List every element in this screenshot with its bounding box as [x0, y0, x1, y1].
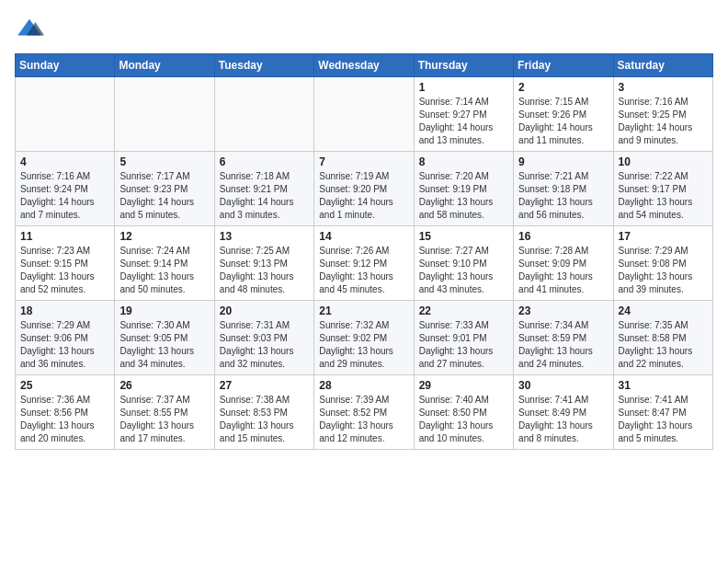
calendar-cell: 20Sunrise: 7:31 AM Sunset: 9:03 PM Dayli… [214, 301, 313, 375]
day-number: 1 [419, 81, 508, 94]
calendar-week-row: 1Sunrise: 7:14 AM Sunset: 9:27 PM Daylig… [16, 77, 713, 152]
day-info: Sunrise: 7:22 AM Sunset: 9:17 PM Dayligh… [619, 170, 708, 222]
day-info: Sunrise: 7:40 AM Sunset: 8:50 PM Dayligh… [419, 394, 508, 445]
calendar-week-row: 11Sunrise: 7:23 AM Sunset: 9:15 PM Dayli… [16, 226, 713, 301]
calendar-cell: 26Sunrise: 7:37 AM Sunset: 8:55 PM Dayli… [115, 375, 214, 450]
day-info: Sunrise: 7:28 AM Sunset: 9:09 PM Dayligh… [518, 245, 608, 296]
day-info: Sunrise: 7:24 AM Sunset: 9:14 PM Dayligh… [119, 245, 209, 296]
day-info: Sunrise: 7:19 AM Sunset: 9:20 PM Dayligh… [319, 170, 408, 222]
day-number: 4 [20, 155, 109, 168]
calendar-cell: 16Sunrise: 7:28 AM Sunset: 9:09 PM Dayli… [514, 226, 613, 301]
day-info: Sunrise: 7:37 AM Sunset: 8:55 PM Dayligh… [119, 394, 209, 445]
calendar-cell: 10Sunrise: 7:22 AM Sunset: 9:17 PM Dayli… [613, 152, 712, 226]
calendar-cell [16, 77, 115, 152]
calendar-day-header: Saturday [613, 54, 712, 77]
day-info: Sunrise: 7:16 AM Sunset: 9:24 PM Dayligh… [20, 170, 109, 222]
calendar-cell: 15Sunrise: 7:27 AM Sunset: 9:10 PM Dayli… [414, 226, 513, 301]
day-number: 5 [119, 155, 209, 168]
calendar-day-header: Friday [514, 54, 613, 77]
day-number: 27 [220, 379, 309, 392]
calendar-cell: 28Sunrise: 7:39 AM Sunset: 8:52 PM Dayli… [314, 375, 414, 450]
calendar-cell: 3Sunrise: 7:16 AM Sunset: 9:25 PM Daylig… [613, 77, 712, 152]
day-number: 20 [220, 304, 309, 317]
day-info: Sunrise: 7:20 AM Sunset: 9:19 PM Dayligh… [419, 170, 508, 222]
day-number: 8 [419, 155, 508, 168]
day-info: Sunrise: 7:15 AM Sunset: 9:26 PM Dayligh… [518, 96, 608, 147]
day-info: Sunrise: 7:21 AM Sunset: 9:18 PM Dayligh… [518, 170, 608, 222]
calendar-day-header: Tuesday [214, 54, 313, 77]
calendar-cell: 23Sunrise: 7:34 AM Sunset: 8:59 PM Dayli… [514, 301, 613, 375]
day-number: 24 [619, 304, 708, 317]
day-info: Sunrise: 7:23 AM Sunset: 9:15 PM Dayligh… [20, 245, 109, 296]
day-number: 7 [319, 155, 408, 168]
day-info: Sunrise: 7:39 AM Sunset: 8:52 PM Dayligh… [319, 394, 408, 445]
calendar-cell: 31Sunrise: 7:41 AM Sunset: 8:47 PM Dayli… [613, 375, 712, 450]
day-number: 21 [319, 304, 408, 317]
calendar-cell: 24Sunrise: 7:35 AM Sunset: 8:58 PM Dayli… [613, 301, 712, 375]
day-number: 16 [518, 230, 608, 243]
calendar-day-header: Thursday [414, 54, 513, 77]
calendar-cell: 2Sunrise: 7:15 AM Sunset: 9:26 PM Daylig… [514, 77, 613, 152]
day-info: Sunrise: 7:41 AM Sunset: 8:49 PM Dayligh… [518, 394, 608, 445]
calendar-cell: 17Sunrise: 7:29 AM Sunset: 9:08 PM Dayli… [613, 226, 712, 301]
day-number: 9 [518, 155, 608, 168]
header [15, 15, 713, 44]
day-info: Sunrise: 7:14 AM Sunset: 9:27 PM Dayligh… [419, 96, 508, 147]
day-number: 15 [419, 230, 508, 243]
day-number: 17 [619, 230, 708, 243]
calendar-cell: 18Sunrise: 7:29 AM Sunset: 9:06 PM Dayli… [16, 301, 115, 375]
day-info: Sunrise: 7:31 AM Sunset: 9:03 PM Dayligh… [220, 319, 309, 371]
day-number: 26 [119, 379, 209, 392]
calendar-week-row: 25Sunrise: 7:36 AM Sunset: 8:56 PM Dayli… [16, 375, 713, 450]
calendar-header-row: SundayMondayTuesdayWednesdayThursdayFrid… [16, 54, 713, 77]
calendar-week-row: 18Sunrise: 7:29 AM Sunset: 9:06 PM Dayli… [16, 301, 713, 375]
calendar-cell: 27Sunrise: 7:38 AM Sunset: 8:53 PM Dayli… [214, 375, 313, 450]
day-info: Sunrise: 7:17 AM Sunset: 9:23 PM Dayligh… [119, 170, 209, 222]
day-number: 18 [20, 304, 109, 317]
calendar-cell: 12Sunrise: 7:24 AM Sunset: 9:14 PM Dayli… [115, 226, 214, 301]
calendar-day-header: Wednesday [314, 54, 414, 77]
calendar-cell: 11Sunrise: 7:23 AM Sunset: 9:15 PM Dayli… [16, 226, 115, 301]
day-number: 23 [518, 304, 608, 317]
day-number: 29 [419, 379, 508, 392]
day-info: Sunrise: 7:32 AM Sunset: 9:02 PM Dayligh… [319, 319, 408, 371]
calendar-cell: 29Sunrise: 7:40 AM Sunset: 8:50 PM Dayli… [414, 375, 513, 450]
calendar-cell: 7Sunrise: 7:19 AM Sunset: 9:20 PM Daylig… [314, 152, 414, 226]
calendar-cell [214, 77, 313, 152]
calendar-cell: 19Sunrise: 7:30 AM Sunset: 9:05 PM Dayli… [115, 301, 214, 375]
calendar-cell: 4Sunrise: 7:16 AM Sunset: 9:24 PM Daylig… [16, 152, 115, 226]
day-number: 28 [319, 379, 408, 392]
day-number: 31 [619, 379, 708, 392]
day-number: 10 [619, 155, 708, 168]
calendar-cell: 21Sunrise: 7:32 AM Sunset: 9:02 PM Dayli… [314, 301, 414, 375]
day-info: Sunrise: 7:27 AM Sunset: 9:10 PM Dayligh… [419, 245, 508, 296]
day-number: 3 [619, 81, 708, 94]
day-number: 25 [20, 379, 109, 392]
day-number: 30 [518, 379, 608, 392]
calendar-week-row: 4Sunrise: 7:16 AM Sunset: 9:24 PM Daylig… [16, 152, 713, 226]
day-info: Sunrise: 7:29 AM Sunset: 9:08 PM Dayligh… [619, 245, 708, 296]
day-info: Sunrise: 7:18 AM Sunset: 9:21 PM Dayligh… [220, 170, 309, 222]
calendar-cell [115, 77, 214, 152]
day-info: Sunrise: 7:25 AM Sunset: 9:13 PM Dayligh… [220, 245, 309, 296]
calendar-cell: 30Sunrise: 7:41 AM Sunset: 8:49 PM Dayli… [514, 375, 613, 450]
day-info: Sunrise: 7:16 AM Sunset: 9:25 PM Dayligh… [619, 96, 708, 147]
day-info: Sunrise: 7:29 AM Sunset: 9:06 PM Dayligh… [20, 319, 109, 371]
calendar-day-header: Monday [115, 54, 214, 77]
calendar-cell: 14Sunrise: 7:26 AM Sunset: 9:12 PM Dayli… [314, 226, 414, 301]
day-number: 2 [518, 81, 608, 94]
calendar-cell: 13Sunrise: 7:25 AM Sunset: 9:13 PM Dayli… [214, 226, 313, 301]
day-info: Sunrise: 7:38 AM Sunset: 8:53 PM Dayligh… [220, 394, 309, 445]
day-info: Sunrise: 7:35 AM Sunset: 8:58 PM Dayligh… [619, 319, 708, 371]
calendar-cell: 5Sunrise: 7:17 AM Sunset: 9:23 PM Daylig… [115, 152, 214, 226]
day-info: Sunrise: 7:30 AM Sunset: 9:05 PM Dayligh… [119, 319, 209, 371]
calendar-cell: 25Sunrise: 7:36 AM Sunset: 8:56 PM Dayli… [16, 375, 115, 450]
calendar-cell: 9Sunrise: 7:21 AM Sunset: 9:18 PM Daylig… [514, 152, 613, 226]
day-number: 11 [20, 230, 109, 243]
day-info: Sunrise: 7:36 AM Sunset: 8:56 PM Dayligh… [20, 394, 109, 445]
calendar-day-header: Sunday [16, 54, 115, 77]
day-info: Sunrise: 7:41 AM Sunset: 8:47 PM Dayligh… [619, 394, 708, 445]
day-number: 13 [220, 230, 309, 243]
day-info: Sunrise: 7:33 AM Sunset: 9:01 PM Dayligh… [419, 319, 508, 371]
calendar-cell: 6Sunrise: 7:18 AM Sunset: 9:21 PM Daylig… [214, 152, 313, 226]
